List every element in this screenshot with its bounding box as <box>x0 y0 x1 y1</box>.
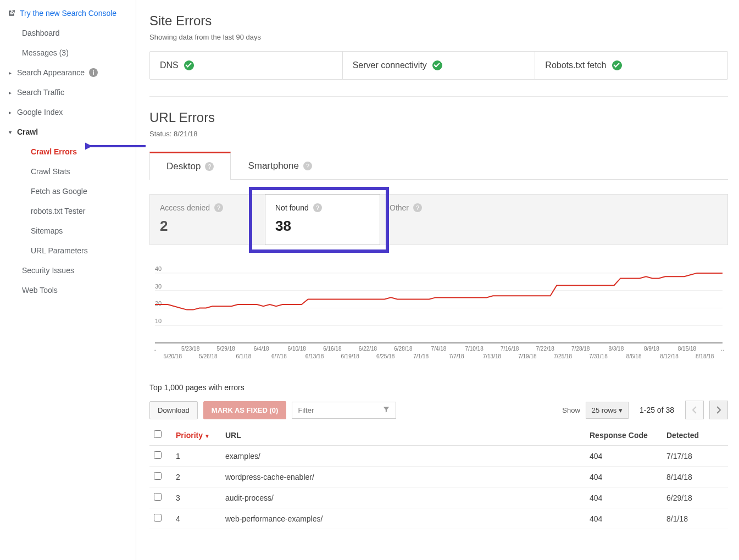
svg-text:6/16/18: 6/16/18 <box>323 346 342 352</box>
help-icon[interactable]: ? <box>205 162 214 171</box>
rows-dropdown[interactable]: 25 rows ▾ <box>586 402 629 419</box>
col-url[interactable]: URL <box>221 425 585 446</box>
help-icon[interactable]: ? <box>413 203 422 212</box>
cell-priority: 4 <box>171 508 221 529</box>
mark-fixed-button[interactable]: MARK AS FIXED (0) <box>203 401 287 419</box>
row-checkbox[interactable] <box>154 493 162 501</box>
chevron-down-icon: ▾ <box>619 406 623 414</box>
show-label: Show <box>562 406 580 414</box>
url-errors-status: Status: 8/21/18 <box>149 130 728 138</box>
col-response-code[interactable]: Response Code <box>585 425 662 446</box>
status-robots[interactable]: Robots.txt fetch <box>535 52 727 79</box>
cell-detected: 8/14/18 <box>662 467 728 487</box>
table-row[interactable]: 4web-performance-examples/4048/1/18 <box>149 508 728 529</box>
help-icon[interactable]: ? <box>313 203 322 212</box>
help-icon[interactable]: ? <box>214 203 223 212</box>
nav-crawl-errors[interactable]: Crawl Errors <box>0 142 136 162</box>
nav-sitemaps[interactable]: Sitemaps <box>0 221 136 241</box>
svg-text:6/1/18: 6/1/18 <box>236 353 252 359</box>
svg-text:7/22/18: 7/22/18 <box>536 346 555 352</box>
col-priority[interactable]: Priority▼ <box>171 425 221 446</box>
pager-prev-button[interactable] <box>685 401 704 419</box>
svg-text:6/4/18: 6/4/18 <box>254 346 269 352</box>
card-other[interactable]: Other? <box>380 195 495 245</box>
status-server[interactable]: Server connectivity <box>343 52 536 79</box>
svg-text:..: .. <box>721 346 724 352</box>
main-content: Site Errors Showing data from the last 9… <box>136 0 739 560</box>
check-ok-icon <box>184 60 194 70</box>
table-row[interactable]: 1examples/4047/17/18 <box>149 446 728 467</box>
help-icon[interactable]: ? <box>303 162 312 170</box>
nav-fetch-google[interactable]: Fetch as Google <box>0 181 136 201</box>
device-tabs: Desktop? Smartphone? <box>149 151 728 180</box>
select-all-checkbox[interactable] <box>154 430 162 438</box>
sidebar: Try the new Search Console Dashboard Mes… <box>0 0 136 560</box>
svg-text:6/25/18: 6/25/18 <box>376 353 395 359</box>
table-toolbar: Download MARK AS FIXED (0) Show 25 rows … <box>149 401 728 419</box>
cell-url: web-performance-examples/ <box>221 508 585 529</box>
nav-crawl[interactable]: Crawl <box>0 122 136 142</box>
nav-robots-tester[interactable]: robots.txt Tester <box>0 201 136 221</box>
cell-code: 404 <box>585 508 662 529</box>
nav-messages[interactable]: Messages (3) <box>0 43 136 63</box>
errors-table: Priority▼ URL Response Code Detected 1ex… <box>149 425 728 529</box>
svg-text:6/7/18: 6/7/18 <box>271 353 287 359</box>
nav-crawl-stats[interactable]: Crawl Stats <box>0 162 136 181</box>
svg-text:7/28/18: 7/28/18 <box>571 346 590 352</box>
svg-text:7/13/18: 7/13/18 <box>483 353 502 359</box>
row-checkbox[interactable] <box>154 514 162 522</box>
download-button[interactable]: Download <box>149 401 198 419</box>
nav-search-traffic[interactable]: Search Traffic <box>0 82 136 102</box>
table-title: Top 1,000 pages with errors <box>149 383 728 392</box>
filter-box[interactable] <box>292 402 396 419</box>
svg-text:6/22/18: 6/22/18 <box>359 346 377 352</box>
promo-link[interactable]: Try the new Search Console <box>0 5 136 23</box>
svg-text:7/4/18: 7/4/18 <box>431 346 447 352</box>
svg-text:8/6/18: 8/6/18 <box>626 353 642 359</box>
row-checkbox[interactable] <box>154 451 162 459</box>
cell-priority: 3 <box>171 487 221 508</box>
card-not-found[interactable]: Not found? 38 <box>265 194 380 245</box>
svg-text:6/28/18: 6/28/18 <box>394 346 413 352</box>
nav-security-issues[interactable]: Security Issues <box>0 260 136 280</box>
tab-desktop[interactable]: Desktop? <box>149 152 231 180</box>
tab-smartphone[interactable]: Smartphone? <box>231 151 329 179</box>
table-row[interactable]: 2wordpress-cache-enabler/4048/14/18 <box>149 467 728 487</box>
nav-dashboard[interactable]: Dashboard <box>0 23 136 43</box>
cell-code: 404 <box>585 446 662 467</box>
svg-text:20: 20 <box>155 300 162 307</box>
svg-text:6/19/18: 6/19/18 <box>341 353 359 359</box>
card-access-value: 2 <box>160 218 255 235</box>
svg-text:8/9/18: 8/9/18 <box>644 346 659 352</box>
status-dns[interactable]: DNS <box>150 52 343 79</box>
svg-text:5/23/18: 5/23/18 <box>181 346 200 352</box>
pager-next-button[interactable] <box>709 401 728 419</box>
promo-link-text[interactable]: Try the new Search Console <box>20 9 116 18</box>
nav-web-tools[interactable]: Web Tools <box>0 280 136 300</box>
card-access-denied[interactable]: Access denied? 2 <box>150 195 265 245</box>
cell-url: examples/ <box>221 446 585 467</box>
svg-text:7/10/18: 7/10/18 <box>465 346 484 352</box>
svg-text:5/20/18: 5/20/18 <box>164 353 182 359</box>
cell-url: audit-process/ <box>221 487 585 508</box>
nav-url-parameters[interactable]: URL Parameters <box>0 241 136 260</box>
svg-text:7/19/18: 7/19/18 <box>518 353 537 359</box>
svg-text:8/3/18: 8/3/18 <box>608 346 624 352</box>
table-row[interactable]: 3audit-process/4046/29/18 <box>149 487 728 508</box>
cell-priority: 2 <box>171 467 221 487</box>
check-ok-icon <box>612 60 622 70</box>
nav-search-appearance[interactable]: Search Appearancei <box>0 63 136 82</box>
svg-text:30: 30 <box>155 283 162 290</box>
cell-detected: 6/29/18 <box>662 487 728 508</box>
nav-google-index[interactable]: Google Index <box>0 102 136 122</box>
filter-input[interactable] <box>298 406 375 414</box>
cell-code: 404 <box>585 467 662 487</box>
filter-icon <box>382 406 390 415</box>
row-checkbox[interactable] <box>154 472 162 480</box>
svg-text:10: 10 <box>155 318 162 324</box>
svg-text:7/31/18: 7/31/18 <box>589 353 608 359</box>
svg-text:7/1/18: 7/1/18 <box>413 353 429 359</box>
svg-text:8/15/18: 8/15/18 <box>678 346 697 352</box>
cell-code: 404 <box>585 487 662 508</box>
col-detected[interactable]: Detected <box>662 425 728 446</box>
